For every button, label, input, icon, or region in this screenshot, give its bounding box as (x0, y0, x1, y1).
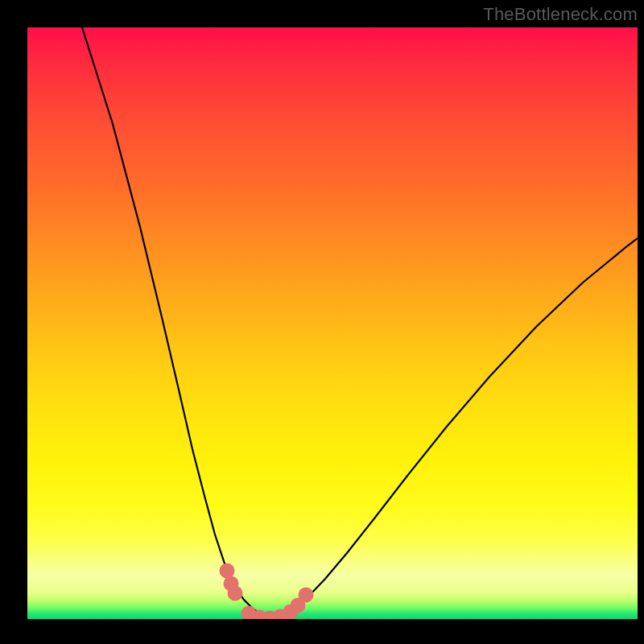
curve-layer (27, 27, 638, 619)
plot-area (27, 27, 638, 619)
watermark-text: TheBottleneck.com (483, 4, 638, 25)
chart-frame: TheBottleneck.com (0, 0, 644, 644)
trough-markers (220, 564, 314, 620)
trough-marker (228, 586, 243, 601)
trough-marker (299, 588, 314, 603)
bottleneck-curve (82, 27, 638, 617)
